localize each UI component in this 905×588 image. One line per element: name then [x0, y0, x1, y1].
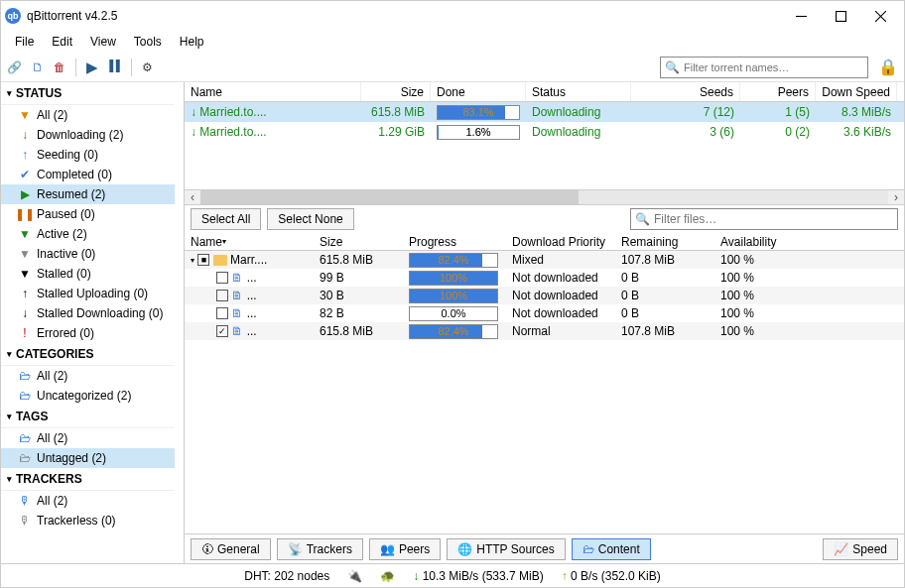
sidebar-item-categories-1[interactable]: 🗁 Uncategorized (2): [1, 386, 175, 406]
sidebar-item-tags-0[interactable]: 🗁 All (2): [1, 428, 175, 448]
menu-file[interactable]: File: [7, 33, 42, 51]
title-bar: qb qBittorrent v4.2.5: [1, 1, 904, 31]
menu-help[interactable]: Help: [172, 33, 212, 51]
speed-limit-icon[interactable]: 🐢: [380, 569, 395, 583]
fcol-progress[interactable]: Progress: [403, 233, 506, 250]
sidebar-item-trackers-0[interactable]: 🎙 All (2): [1, 491, 175, 511]
sidebar-item-status-10[interactable]: ↓ Stalled Downloading (0): [1, 303, 175, 323]
tracker-icon: 🎙: [19, 514, 31, 528]
torrent-row[interactable]: ↓ Married.to.... 1.29 GiB 1.6% Downloadi…: [185, 122, 904, 142]
sidebar-item-status-4[interactable]: ▶ Resumed (2): [1, 184, 175, 204]
col-peers[interactable]: Peers: [740, 82, 816, 101]
sidebar-item-tags-1[interactable]: 🗁 Untagged (2): [1, 448, 175, 468]
file-row[interactable]: 🗎 ... 82 B 0.0% Not downloaded 0 B 100 %: [185, 304, 904, 322]
connection-icon: 🔌: [347, 569, 362, 583]
select-none-button[interactable]: Select None: [267, 208, 353, 230]
sidebar-item-trackers-1[interactable]: 🎙 Trackerless (0): [1, 511, 175, 530]
fcol-remaining[interactable]: Remaining: [615, 233, 714, 250]
maximize-button[interactable]: [821, 3, 860, 29]
sidebar-item-status-6[interactable]: ▼ Active (2): [1, 224, 175, 244]
chevron-down-icon[interactable]: ▾: [191, 256, 194, 265]
sidebar-item-status-2[interactable]: ↑ Seeding (0): [1, 145, 175, 165]
sidebar-item-status-8[interactable]: ▼ Stalled (0): [1, 264, 175, 284]
menu-tools[interactable]: Tools: [126, 33, 170, 51]
window-title: qBittorrent v4.2.5: [27, 9, 781, 23]
filter-icon: ▼: [19, 227, 31, 241]
scroll-thumb[interactable]: [200, 190, 579, 204]
tab-general[interactable]: 🛈General: [191, 538, 271, 560]
sidebar-group-trackers[interactable]: ▾ TRACKERS: [1, 468, 175, 491]
file-checkbox[interactable]: ✓: [216, 325, 228, 337]
fcol-availability[interactable]: Availability: [714, 233, 794, 250]
sidebar-item-categories-0[interactable]: 🗁 All (2): [1, 366, 175, 386]
file-row[interactable]: 🗎 ... 99 B 100% Not downloaded 0 B 100 %: [185, 269, 904, 287]
sidebar-item-label: Untagged (2): [37, 451, 106, 465]
sidebar-item-status-11[interactable]: ! Errored (0): [1, 323, 175, 343]
file-filter-input[interactable]: 🔍: [630, 208, 898, 230]
tab-http[interactable]: 🌐HTTP Sources: [447, 538, 565, 560]
col-dn[interactable]: Down Speed: [816, 82, 897, 101]
arrow-down-icon: ↓: [413, 569, 419, 583]
col-status[interactable]: Status: [526, 82, 631, 101]
menu-view[interactable]: View: [82, 33, 124, 51]
file-row[interactable]: ✓ 🗎 ... 615.8 MiB 82.4% Normal 107.8 MiB…: [185, 322, 904, 340]
file-checkbox[interactable]: ■: [197, 254, 209, 266]
sidebar-item-label: Downloading (2): [37, 128, 123, 142]
horizontal-scrollbar[interactable]: ‹ ›: [185, 189, 904, 205]
arrow-down-icon: ↓: [191, 125, 196, 139]
filter-icon: ▼: [19, 108, 31, 122]
menu-edit[interactable]: Edit: [44, 33, 80, 51]
settings-icon[interactable]: ⚙: [142, 60, 153, 74]
lock-icon[interactable]: 🔒: [878, 58, 898, 76]
minimize-button[interactable]: [781, 3, 821, 29]
sidebar-item-status-3[interactable]: ✔ Completed (0): [1, 165, 175, 184]
resume-icon[interactable]: ▶: [86, 59, 98, 76]
dht-status: DHT: 202 nodes: [244, 569, 329, 583]
file-row[interactable]: ▾ ■ Marr.... 615.8 MiB 82.4% Mixed 107.8…: [185, 251, 904, 269]
bang-icon: !: [19, 326, 31, 340]
sidebar-item-status-5[interactable]: ❚❚ Paused (0): [1, 204, 175, 224]
tab-peers[interactable]: 👥Peers: [369, 538, 441, 560]
play-icon: ▶: [19, 187, 31, 201]
file-row[interactable]: 🗎 ... 30 B 100% Not downloaded 0 B 100 %: [185, 287, 904, 304]
sidebar-item-status-7[interactable]: ▼ Inactive (0): [1, 244, 175, 264]
scroll-left-icon[interactable]: ‹: [185, 190, 200, 204]
file-checkbox[interactable]: [216, 307, 228, 319]
sidebar-group-categories[interactable]: ▾ CATEGORIES: [1, 343, 175, 366]
http-icon: 🌐: [457, 542, 472, 556]
pause-icon[interactable]: [108, 59, 121, 75]
add-file-icon[interactable]: 🗋: [32, 60, 44, 74]
delete-icon[interactable]: 🗑: [54, 60, 65, 74]
fcol-name[interactable]: Name ▾: [185, 233, 314, 250]
fcol-priority[interactable]: Download Priority: [506, 233, 615, 250]
sidebar-item-status-9[interactable]: ↑ Stalled Uploading (0): [1, 284, 175, 303]
sidebar-group-tags[interactable]: ▾ TAGS: [1, 406, 175, 428]
pause-icon: ❚❚: [19, 207, 31, 221]
fcol-size[interactable]: Size: [314, 233, 403, 250]
folder-icon: 🗁: [19, 451, 31, 465]
arrow-up-icon: ↑: [19, 148, 31, 162]
sidebar-item-status-1[interactable]: ↓ Downloading (2): [1, 125, 175, 145]
file-checkbox[interactable]: [216, 272, 228, 284]
col-size[interactable]: Size: [361, 82, 431, 101]
col-done[interactable]: Done: [431, 82, 526, 101]
check-icon: ✔: [19, 168, 31, 181]
sidebar-group-status[interactable]: ▾ STATUS: [1, 82, 175, 105]
search-icon: 🔍: [635, 212, 650, 226]
file-checkbox[interactable]: [216, 290, 228, 301]
tab-speed[interactable]: 📈Speed: [823, 538, 898, 560]
col-seeds[interactable]: Seeds: [631, 82, 740, 101]
scroll-right-icon[interactable]: ›: [888, 190, 904, 204]
col-name[interactable]: Name: [185, 82, 361, 101]
svg-rect-4: [109, 59, 113, 72]
add-link-icon[interactable]: 🔗: [7, 60, 22, 74]
file-icon: 🗎: [231, 271, 243, 285]
torrent-row[interactable]: ↓ Married.to.... 615.8 MiB 83.1% Downloa…: [185, 102, 904, 122]
tab-content[interactable]: 🗁Content: [572, 538, 651, 560]
select-all-button[interactable]: Select All: [191, 208, 261, 230]
sidebar-item-label: Errored (0): [37, 326, 94, 340]
torrent-filter-input[interactable]: 🔍: [660, 57, 868, 78]
sidebar-item-status-0[interactable]: ▼ All (2): [1, 105, 175, 125]
tab-trackers[interactable]: 📡Trackers: [277, 538, 363, 560]
close-button[interactable]: [860, 3, 900, 29]
